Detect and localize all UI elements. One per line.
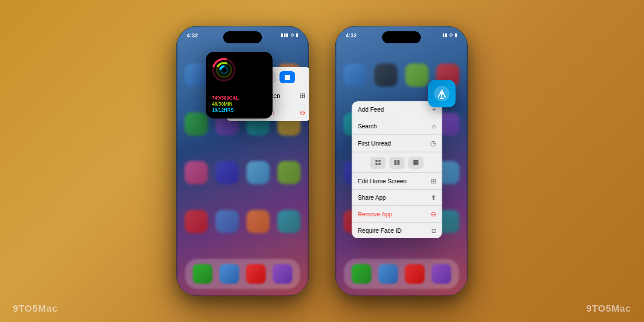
require-face-id-item[interactable]: Require Face ID ⊡ (352, 223, 442, 238)
share-app-icon: ⬆ (431, 194, 436, 201)
size-large-2[interactable] (408, 157, 424, 169)
dynamic-island-1 (223, 31, 262, 43)
add-feed-item[interactable]: Add Feed + (352, 101, 442, 118)
add-feed-label: Add Feed (358, 106, 384, 113)
app-icon (277, 161, 301, 184)
remove-widget-icon: ⊖ (300, 109, 305, 117)
dynamic-island-2 (382, 31, 421, 43)
dock-2 (344, 259, 459, 289)
activity-stats: 749/500CAL 48/30MIN 10/12HRS (212, 95, 267, 112)
wifi-icon: ⊛ (290, 32, 294, 38)
svg-rect-11 (376, 160, 378, 162)
status-icons-2: ▮▮ ⊛ ▮ (442, 32, 457, 38)
app-icon (374, 64, 398, 87)
activity-widget[interactable]: 749/500CAL 48/30MIN 10/12HRS (206, 52, 273, 118)
status-icons-1: ▮▮▮ ⊛ ▮ (281, 32, 298, 38)
battery-icon-2: ▮ (455, 32, 457, 38)
iphone-2-screen: 4:32 ▮▮ ⊛ ▮ (335, 26, 468, 296)
svg-rect-6 (285, 75, 290, 80)
first-unread-item[interactable]: First Unread ◷ (352, 135, 442, 152)
size-small-2[interactable] (371, 157, 386, 169)
svg-rect-15 (395, 160, 397, 165)
iphone-1: 4:32 ▮▮▮ ⊛ ▮ (176, 26, 309, 296)
signal-icon: ▮▮▮ (281, 32, 289, 38)
app-icon (185, 112, 208, 136)
first-unread-label: First Unread (358, 140, 391, 147)
dock-icon (378, 264, 398, 284)
app-icon (246, 161, 270, 184)
edit-home-screen-icon-2: ⊞ (431, 177, 436, 185)
first-unread-icon: ◷ (430, 139, 436, 147)
search-label: Search (358, 123, 377, 130)
status-time-2: 4:32 (346, 32, 357, 39)
dock-icon (431, 264, 451, 284)
app-icon-netnewswire[interactable] (428, 80, 456, 107)
svg-rect-16 (398, 160, 400, 165)
watermark-left: 9TO5Mac (13, 303, 58, 314)
edit-home-screen-label-2: Edit Home Screen (358, 178, 407, 185)
app-icon (246, 210, 270, 233)
phones-container: 4:32 ▮▮▮ ⊛ ▮ (176, 26, 468, 296)
watermark-right: 9TO5Mac (586, 303, 631, 314)
svg-rect-12 (379, 160, 381, 162)
dock-1 (185, 259, 300, 289)
stat-stand: 10/12HRS (212, 107, 267, 112)
iphone-1-screen: 4:32 ▮▮▮ ⊛ ▮ (176, 26, 309, 296)
dock-icon (273, 264, 292, 284)
app-icon (216, 161, 239, 184)
remove-app-item[interactable]: Remove App ⊖ (352, 206, 442, 223)
activity-rings (212, 58, 236, 82)
app-icon (405, 64, 428, 87)
signal-icon-2: ▮▮ (442, 32, 447, 38)
edit-home-screen-item-2[interactable]: Edit Home Screen ⊞ (352, 173, 442, 190)
stat-calories: 749/500CAL (212, 95, 267, 100)
size-large[interactable] (279, 71, 295, 83)
app-icon (216, 210, 239, 233)
size-medium-2[interactable] (389, 157, 405, 169)
svg-rect-13 (376, 163, 378, 165)
status-time-1: 4:32 (187, 32, 198, 39)
wifi-icon-2: ⊛ (449, 32, 453, 38)
edit-home-screen-icon-1: ⊞ (300, 91, 305, 100)
dock-icon (352, 264, 371, 284)
require-face-id-label: Require Face ID (358, 227, 402, 234)
stat-exercise: 48/30MIN (212, 101, 267, 106)
dock-icon (193, 264, 213, 284)
app-icon (343, 64, 367, 87)
svg-rect-17 (413, 160, 419, 165)
app-icon (185, 64, 208, 87)
app-icon (185, 210, 208, 233)
iphone-2: 4:32 ▮▮ ⊛ ▮ (335, 26, 468, 296)
context-menu-app[interactable]: Add Feed + Search ⌕ First Unread ◷ (352, 101, 442, 238)
dock-icon (405, 264, 425, 284)
remove-app-label: Remove App (358, 211, 392, 218)
require-face-id-icon: ⊡ (431, 228, 436, 234)
svg-rect-14 (379, 163, 381, 165)
remove-app-icon: ⊖ (431, 210, 436, 218)
share-app-item[interactable]: Share App ⬆ (352, 190, 442, 206)
app-icon (277, 210, 301, 233)
dock-icon (219, 264, 239, 284)
battery-icon: ▮ (296, 32, 298, 38)
search-item[interactable]: Search ⌕ (352, 118, 442, 135)
share-app-label: Share App (358, 194, 386, 201)
dock-icon (246, 264, 266, 284)
search-icon: ⌕ (432, 122, 436, 130)
app-icon (185, 161, 208, 184)
menu-size-selector-2 (352, 152, 442, 173)
